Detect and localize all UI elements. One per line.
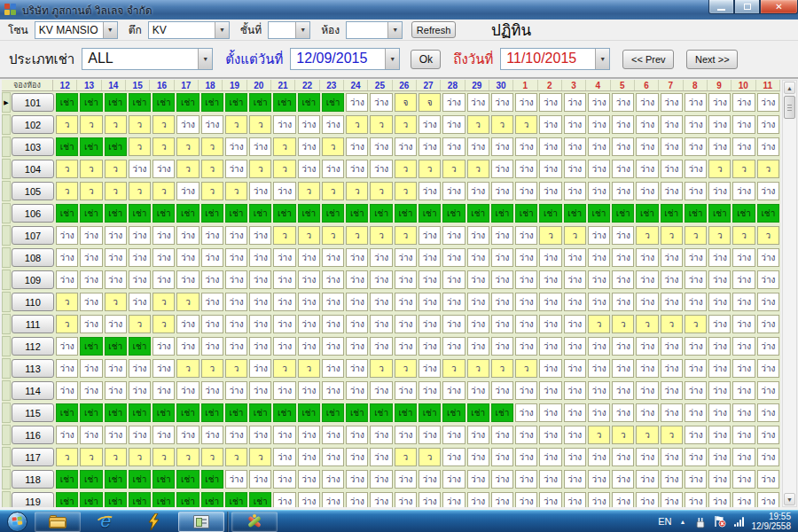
grid-cell[interactable]: ว่าง [298,448,320,466]
rent-type-select[interactable]: ALL ▼ [82,48,213,70]
grid-cell[interactable]: ว่าง [732,270,755,289]
grid-cell[interactable]: ว [105,182,127,200]
action-center-flag-icon[interactable] [714,515,726,528]
grid-cell[interactable]: เช่า [129,93,151,112]
grid-cell[interactable]: ว่าง [612,270,634,289]
grid-cell[interactable]: ว่าง [80,293,102,311]
grid-cell[interactable]: ว [491,359,513,378]
grid-cell[interactable]: เช่า [636,204,658,223]
grid-cell[interactable]: ว [105,115,127,134]
grid-cell[interactable]: เช่า [225,93,247,112]
grid-cell[interactable]: ว่าง [732,315,755,333]
grid-cell[interactable]: ว [80,160,102,178]
grid-cell[interactable]: ว่าง [176,270,199,289]
grid-cell[interactable]: ว่าง [636,115,658,134]
grid-cell[interactable]: ว่าง [176,115,199,134]
grid-cell[interactable]: ว่าง [419,426,441,444]
grid-cell[interactable]: ว [56,115,78,134]
grid-cell[interactable]: ว [395,182,417,200]
grid-cell[interactable]: ว่าง [539,448,561,466]
grid-cell[interactable]: ว่าง [661,182,683,200]
grid-cell[interactable]: ว [153,315,175,333]
grid-cell[interactable]: ว่าง [661,381,683,400]
grid-cell[interactable]: ว่าง [732,337,755,356]
grid-cell[interactable]: เช่า [105,93,127,112]
grid-cell[interactable]: เช่า [225,492,247,507]
grid-cell[interactable]: ว่าง [636,381,658,400]
grid-cell[interactable]: ว่าง [612,160,634,178]
grid-cell[interactable]: ว่าง [515,270,537,289]
grid-cell[interactable]: เช่า [346,204,368,223]
grid-cell[interactable]: ว่าง [661,93,683,112]
grid-cell[interactable]: เช่า [298,204,320,223]
grid-cell[interactable]: ว่าง [395,137,417,156]
grid-cell[interactable]: เช่า [249,403,271,422]
room-button[interactable]: 108 [12,248,54,267]
grid-cell[interactable]: ว่าง [153,226,175,245]
grid-cell[interactable]: เช่า [153,93,175,112]
grid-cell[interactable]: ว่าง [80,248,102,267]
grid-cell[interactable]: ว่าง [442,381,465,400]
grid-cell[interactable]: ว่าง [56,359,78,378]
grid-cell[interactable]: ว่าง [661,115,683,134]
grid-cell[interactable]: เช่า [105,137,127,156]
grid-cell[interactable]: ว่าง [515,93,537,112]
grid-cell[interactable]: ว่าง [129,359,151,378]
grid-cell[interactable]: ว [201,137,223,156]
grid-cell[interactable]: ว [80,115,102,134]
grid-cell[interactable]: ว่าง [732,492,755,507]
grid-cell[interactable]: ว่าง [564,293,586,311]
grid-cell[interactable]: เช่า [153,470,175,489]
grid-cell[interactable]: ว [708,160,731,178]
grid-cell[interactable]: ว่าง [346,359,368,378]
grid-cell[interactable]: ว่าง [732,381,755,400]
grid-cell[interactable]: ว่าง [588,226,610,245]
grid-cell[interactable]: ว่าง [105,226,127,245]
grid-cell[interactable]: ว่าง [298,470,320,489]
grid-cell[interactable]: ว่าง [370,381,392,400]
grid-cell[interactable]: ว่าง [273,381,295,400]
grid-cell[interactable]: เช่า [322,403,344,422]
grid-cell[interactable]: ว่าง [757,115,779,134]
grid-cell[interactable]: ว่าง [442,137,465,156]
grid-cell[interactable]: ว [395,359,417,378]
grid-cell[interactable]: ว่าง [419,226,441,245]
grid-cell[interactable]: ว่าง [249,293,271,311]
grid-cell[interactable]: เช่า [80,204,102,223]
grid-cell[interactable]: ว่าง [201,226,223,245]
dropdown-arrow-icon[interactable]: ▼ [387,22,402,38]
grid-cell[interactable]: ว่าง [442,115,465,134]
grid-cell[interactable]: ว่าง [539,93,561,112]
grid-cell[interactable]: ว่าง [225,293,247,311]
grid-cell[interactable]: ว [612,315,634,333]
grid-cell[interactable]: ว่าง [273,293,295,311]
taskbar-clock[interactable]: 19:55 12/9/2558 [752,512,792,531]
grid-cell[interactable]: ว่าง [225,160,247,178]
grid-cell[interactable]: ว่าง [298,426,320,444]
grid-cell[interactable]: ว่าง [273,315,295,333]
grid-cell[interactable]: ว่าง [442,448,465,466]
grid-cell[interactable]: ว่าง [419,182,441,200]
record-selector[interactable] [2,447,11,467]
grid-cell[interactable]: ว่าง [588,137,610,156]
grid-cell[interactable]: ว่าง [442,93,465,112]
grid-cell[interactable]: ว่าง [298,248,320,267]
grid-cell[interactable]: ว่าง [708,93,731,112]
grid-cell[interactable]: ว่าง [685,359,707,378]
grid-cell[interactable]: ว่าง [612,403,634,422]
power-plug-icon[interactable] [694,516,706,528]
grid-cell[interactable]: ว [395,226,417,245]
grid-cell[interactable]: ว่าง [636,248,658,267]
grid-cell[interactable]: ว่าง [56,381,78,400]
grid-cell[interactable]: ว่าง [395,492,417,507]
grid-cell[interactable]: ว [298,182,320,200]
grid-cell[interactable]: เช่า [129,204,151,223]
grid-cell[interactable]: ว่าง [491,381,513,400]
grid-cell[interactable]: ว [612,426,634,444]
grid-cell[interactable]: ว่าง [612,115,634,134]
grid-cell[interactable]: ว่าง [225,226,247,245]
grid-cell[interactable]: เช่า [685,204,707,223]
grid-cell[interactable]: เช่า [80,492,102,507]
grid-cell[interactable]: ว่าง [370,337,392,356]
grid-cell[interactable]: ว่าง [467,315,489,333]
